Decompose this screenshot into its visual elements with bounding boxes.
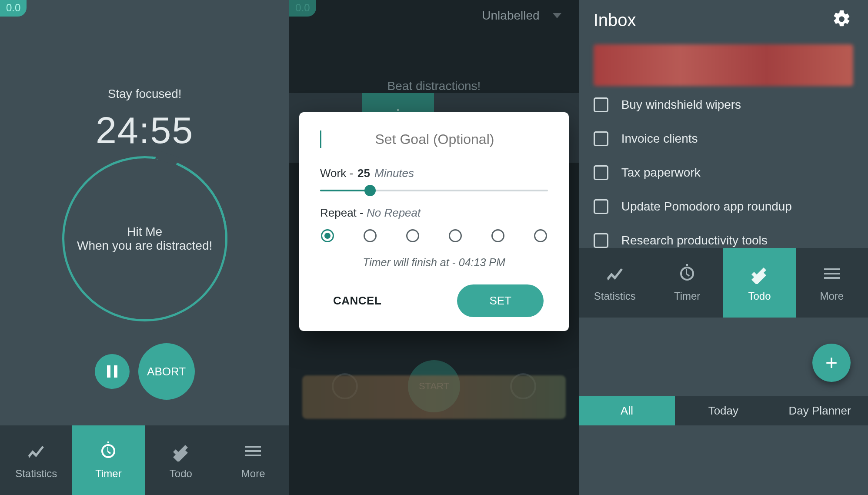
timer-content: Stay focused! 24:55 Hit Me When you are … (0, 0, 289, 425)
timer-buttons: ABORT (95, 343, 195, 400)
add-task-button[interactable]: + (812, 344, 851, 382)
nav-todo[interactable]: Todo (723, 248, 795, 318)
pause-button[interactable] (95, 354, 130, 389)
task-list: Buy windshield wipersInvoice clientsTax … (579, 92, 868, 248)
focus-headline: Stay focused! (108, 87, 182, 101)
filter-today[interactable]: Today (675, 396, 771, 425)
task-label: Tax paperwork (621, 166, 701, 180)
task-label: Update Pomodoro app roundup (621, 200, 792, 214)
task-checkbox[interactable] (594, 165, 608, 180)
todo-icon (170, 441, 191, 463)
more-icon (243, 441, 264, 463)
stats-icon (604, 263, 625, 286)
timer-icon (98, 441, 119, 463)
bottom-nav: StatisticsTimerTodoMore (579, 248, 868, 318)
timer-screen: 0.0 Stay focused! 24:55 Hit Me When you … (0, 0, 289, 495)
progress-ring (62, 156, 227, 321)
bottom-nav: StatisticsTimerTodoMore (0, 425, 289, 495)
slider-thumb[interactable] (364, 185, 376, 196)
task-label: Invoice clients (621, 132, 698, 146)
nav-more[interactable]: More (217, 425, 289, 495)
goal-input[interactable] (321, 129, 548, 150)
task-label: Buy windshield wipers (621, 98, 741, 112)
task-label: Research productivity tools (621, 234, 768, 248)
filter-all[interactable]: All (579, 396, 675, 425)
task-row[interactable]: Buy windshield wipers (594, 97, 853, 112)
nav-timer[interactable]: Timer (651, 248, 723, 318)
stats-icon (26, 441, 47, 463)
set-goal-dialog: Work - 25 Minutes Repeat - No Repeat Tim… (299, 112, 569, 331)
task-row[interactable]: Tax paperwork (594, 165, 853, 180)
nav-more[interactable]: More (796, 248, 868, 318)
redacted-banner (594, 44, 853, 86)
todo-icon (749, 263, 770, 286)
task-row[interactable]: Invoice clients (594, 131, 853, 146)
repeat-radio-3[interactable] (449, 229, 462, 242)
repeat-radio-1[interactable] (364, 229, 377, 242)
task-checkbox[interactable] (594, 131, 608, 146)
task-row[interactable]: Research productivity tools (594, 233, 853, 248)
page-title: Inbox (594, 10, 636, 30)
task-checkbox[interactable] (594, 199, 608, 214)
filter-tabs: AllTodayDay Planner (579, 396, 868, 425)
task-checkbox[interactable] (594, 97, 608, 112)
version-badge: 0.0 (0, 0, 27, 17)
work-label: Work - 25 Minutes (320, 167, 548, 180)
timer-clock: 24:55 (96, 109, 194, 152)
distraction-circle[interactable]: Hit Me When you are distracted! (62, 156, 227, 321)
repeat-radio-5[interactable] (534, 229, 547, 242)
dialog-buttons: CANCEL SET (320, 284, 548, 317)
settings-button[interactable] (832, 10, 851, 30)
inbox-header: Inbox (579, 0, 868, 38)
abort-button[interactable]: ABORT (138, 343, 195, 400)
repeat-radios (320, 229, 548, 242)
task-checkbox[interactable] (594, 233, 608, 248)
gear-icon (832, 10, 851, 29)
task-row[interactable]: Update Pomodoro app roundup (594, 199, 853, 214)
timer-icon (677, 263, 698, 286)
more-icon (821, 263, 842, 286)
nav-todo[interactable]: Todo (145, 425, 217, 495)
goal-dialog-screen: 0.0 Unlabelled Beat distractions! START … (289, 0, 578, 495)
repeat-label: Repeat - No Repeat (320, 206, 548, 220)
todo-screen: Inbox Buy windshield wipersInvoice clien… (579, 0, 868, 495)
work-duration-slider[interactable] (320, 190, 548, 191)
repeat-radio-0[interactable] (321, 229, 334, 242)
finish-time-text: Timer will finish at - 04:13 PM (320, 256, 548, 269)
plus-icon: + (825, 352, 838, 373)
dialog-overlay: Work - 25 Minutes Repeat - No Repeat Tim… (289, 0, 578, 495)
set-button[interactable]: SET (457, 284, 544, 317)
filter-day-planner[interactable]: Day Planner (771, 396, 868, 425)
cancel-button[interactable]: CANCEL (324, 289, 390, 313)
nav-timer[interactable]: Timer (72, 425, 144, 495)
repeat-radio-4[interactable] (491, 229, 504, 242)
nav-statistics[interactable]: Statistics (0, 425, 72, 495)
repeat-radio-2[interactable] (406, 229, 419, 242)
nav-statistics[interactable]: Statistics (579, 248, 651, 318)
pause-icon (107, 365, 117, 378)
